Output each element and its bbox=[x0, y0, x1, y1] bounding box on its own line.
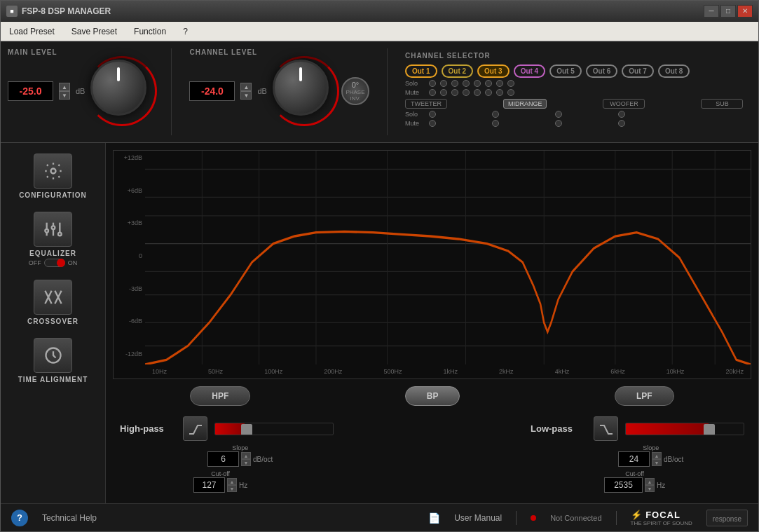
solo-label: Solo bbox=[405, 80, 425, 87]
solo-dot-4[interactable] bbox=[463, 80, 470, 87]
lp-cutoff-input[interactable] bbox=[604, 477, 643, 493]
footer: ? Technical Help 📄 User Manual Not Conne… bbox=[1, 503, 758, 531]
solo-dot-8[interactable] bbox=[507, 80, 514, 87]
mute-dot-3[interactable] bbox=[451, 89, 458, 96]
main-level-knob-wrap[interactable] bbox=[90, 60, 153, 123]
lpf-button[interactable]: LPF bbox=[615, 386, 674, 406]
hp-cutoff-input[interactable] bbox=[193, 477, 225, 493]
channel-out8[interactable]: Out 8 bbox=[658, 64, 690, 78]
solo-group-dot-2[interactable] bbox=[492, 111, 499, 118]
menu-load-preset[interactable]: Load Preset bbox=[6, 25, 57, 38]
hp-slider-thumb[interactable] bbox=[241, 424, 252, 435]
solo-dot-7[interactable] bbox=[496, 80, 503, 87]
hp-cutoff-down[interactable]: ▼ bbox=[227, 485, 237, 492]
menu-save-preset[interactable]: Save Preset bbox=[69, 25, 120, 38]
svg-point-3 bbox=[45, 229, 48, 233]
solo-dot-3[interactable] bbox=[451, 80, 458, 87]
group-midrange[interactable]: MIDRANGE bbox=[503, 99, 547, 109]
channel-level-knob-wrap[interactable] bbox=[273, 60, 336, 123]
hp-slope-input[interactable] bbox=[207, 451, 239, 467]
solo-dot-6[interactable] bbox=[485, 80, 492, 87]
solo-dot-5[interactable] bbox=[474, 80, 481, 87]
channel-out5[interactable]: Out 5 bbox=[549, 64, 582, 78]
low-pass-row: Low-pass bbox=[531, 416, 744, 441]
freq-50hz: 50Hz bbox=[208, 368, 223, 375]
group-tweeter[interactable]: TWEETER bbox=[405, 99, 447, 109]
channel-level-spinner[interactable]: ▲ ▼ bbox=[240, 83, 252, 100]
lp-slope-spinners[interactable]: ▲ ▼ bbox=[652, 452, 662, 466]
lp-slider-thumb[interactable] bbox=[704, 424, 715, 435]
sidebar-item-crossover[interactable]: CROSSOVER bbox=[11, 276, 95, 329]
mute-dot-4[interactable] bbox=[463, 89, 470, 96]
channel-out4[interactable]: Out 4 bbox=[514, 64, 546, 78]
lp-slope-down[interactable]: ▼ bbox=[652, 459, 662, 466]
menu-help[interactable]: ? bbox=[180, 25, 191, 38]
hp-slope-unit: dB/oct bbox=[253, 456, 273, 463]
lp-slope-up[interactable]: ▲ bbox=[652, 452, 662, 459]
sidebar-item-equalizer[interactable]: EQUALIZER OFF ON bbox=[11, 208, 95, 271]
toggle-track[interactable] bbox=[44, 259, 65, 267]
lp-cutoff-up[interactable]: ▲ bbox=[645, 478, 655, 485]
mute-group-dot-1[interactable] bbox=[429, 120, 436, 127]
hp-cutoff-up[interactable]: ▲ bbox=[227, 478, 237, 485]
eq-db-labels: +12dB +6dB +3dB 0 -3dB -6dB -12dB bbox=[114, 151, 145, 361]
group-sub[interactable]: SUB bbox=[701, 99, 743, 109]
channel-out3[interactable]: Out 3 bbox=[477, 64, 510, 78]
eq-icon bbox=[43, 219, 63, 239]
main-level-value[interactable]: -25.0 bbox=[8, 81, 53, 101]
mute-dot-1[interactable] bbox=[429, 89, 436, 96]
close-button[interactable]: ✕ bbox=[737, 5, 753, 18]
eq-toggle[interactable]: OFF ON bbox=[29, 259, 78, 267]
channel-out2[interactable]: Out 2 bbox=[442, 64, 474, 78]
lp-cutoff-down[interactable]: ▼ bbox=[645, 485, 655, 492]
channel-out6[interactable]: Out 6 bbox=[586, 64, 618, 78]
maximize-button[interactable]: □ bbox=[720, 5, 736, 18]
solo-dot-1[interactable] bbox=[429, 80, 436, 87]
solo-group-dot-1[interactable] bbox=[429, 111, 436, 118]
lp-slope-unit: dB/oct bbox=[664, 456, 683, 463]
hp-slope-spinners[interactable]: ▲ ▼ bbox=[241, 452, 251, 466]
hp-slope-down[interactable]: ▼ bbox=[241, 459, 251, 466]
channel-level-up[interactable]: ▲ bbox=[240, 83, 252, 91]
user-manual-link[interactable]: User Manual bbox=[454, 513, 502, 523]
hp-slider-track[interactable] bbox=[214, 423, 334, 435]
mute-dot-8[interactable] bbox=[507, 89, 514, 96]
mute-group-dot-4[interactable] bbox=[618, 120, 625, 127]
group-woofer[interactable]: WOOFER bbox=[603, 99, 645, 109]
mute-group-dot-2[interactable] bbox=[492, 120, 499, 127]
solo-group-dot-3[interactable] bbox=[555, 111, 562, 118]
channel-level-down[interactable]: ▼ bbox=[240, 91, 252, 100]
lp-slider-track[interactable] bbox=[625, 423, 744, 435]
mute-dot-2[interactable] bbox=[440, 89, 447, 96]
channel-out1[interactable]: Out 1 bbox=[405, 64, 437, 78]
mute-dot-7[interactable] bbox=[496, 89, 503, 96]
solo-group-dot-4[interactable] bbox=[618, 111, 625, 118]
eq-plot-area bbox=[145, 151, 751, 364]
mute-group-dot-3[interactable] bbox=[555, 120, 562, 127]
bp-button[interactable]: BP bbox=[405, 386, 460, 406]
sidebar-item-time-alignment[interactable]: TIME ALIGNMENT bbox=[11, 334, 95, 387]
minimize-button[interactable]: ─ bbox=[704, 5, 719, 18]
main-level-knob[interactable] bbox=[90, 60, 146, 116]
mute-dot-5[interactable] bbox=[474, 89, 481, 96]
mute-dot-6[interactable] bbox=[485, 89, 492, 96]
channel-level-value[interactable]: -24.0 bbox=[189, 81, 235, 101]
hp-slope-up[interactable]: ▲ bbox=[241, 452, 251, 459]
solo-row-bottom: Solo bbox=[405, 111, 751, 118]
phase-button[interactable]: 0° PHASE INV. bbox=[341, 77, 369, 105]
hp-cutoff-spinners[interactable]: ▲ ▼ bbox=[227, 478, 237, 492]
low-pass-controls: Low-pass bbox=[531, 416, 744, 493]
channel-out7[interactable]: Out 7 bbox=[622, 64, 654, 78]
main-level-up[interactable]: ▲ bbox=[59, 83, 70, 91]
lp-cutoff-spinners[interactable]: ▲ ▼ bbox=[645, 478, 655, 492]
menu-function[interactable]: Function bbox=[131, 25, 169, 38]
hpf-button[interactable]: HPF bbox=[190, 386, 250, 406]
help-button[interactable]: ? bbox=[11, 510, 28, 526]
channel-level-knob[interactable] bbox=[273, 60, 329, 116]
main-level-down[interactable]: ▼ bbox=[59, 91, 70, 100]
solo-dot-2[interactable] bbox=[440, 80, 447, 87]
sidebar-item-configuration[interactable]: CONFIGURATION bbox=[11, 150, 95, 203]
main-content: CONFIGURATION bbox=[1, 143, 758, 503]
main-level-spinner[interactable]: ▲ ▼ bbox=[59, 83, 70, 100]
lp-slope-input[interactable] bbox=[618, 451, 650, 467]
